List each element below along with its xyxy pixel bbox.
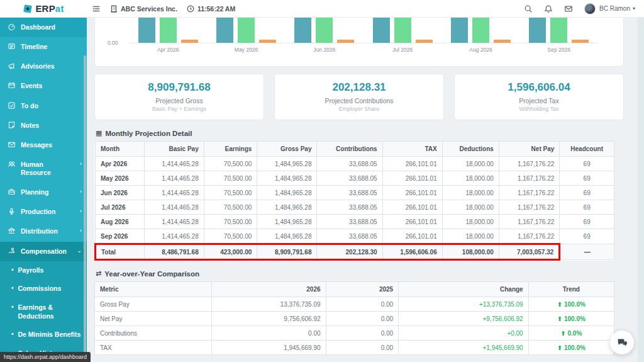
value-2025-cell: 0.00 [326, 297, 399, 312]
table-row: Sep 20261,414,465.2870,500.001,484,965.2… [96, 229, 614, 244]
value-cell: 33,688.05 [317, 229, 382, 244]
sidebar-item-distribution[interactable]: Distribution› [0, 222, 87, 241]
sidebar-submenu-compensation: •Payrolls•Commissions•Earnings & Deducti… [0, 261, 87, 362]
sidebar-item-label: To do [21, 102, 82, 110]
sidebar-scrollbar[interactable] [84, 55, 86, 362]
summary-cards-row: 8,909,791.68 Projected Gross Basic Pay +… [94, 74, 624, 120]
users-icon [8, 160, 16, 168]
bar-series-orange [416, 40, 433, 43]
chevron-right-icon: › [80, 161, 82, 167]
monthly-projection-heading: ▦ Monthly Projection Detail [96, 129, 624, 137]
value-cell: 1,484,965.28 [257, 157, 317, 171]
column-header: Gross Pay [257, 142, 317, 157]
sidebar-subitem-de-minimis-benefits[interactable]: •De Minimis Benefits [0, 325, 87, 344]
monthly-projection-title: Monthly Projection Detail [105, 130, 192, 137]
value-2026-cell: 13,376,735.09 [211, 297, 326, 312]
sidebar-item-timeline[interactable]: Timeline [0, 37, 87, 57]
sidebar-item-advisories[interactable]: Advisories [0, 57, 87, 76]
bar-series-orange [337, 40, 354, 43]
mail-icon[interactable] [564, 4, 573, 13]
sidebar-item-events[interactable]: Events [0, 76, 87, 96]
sidebar-item-compensation[interactable]: Compensation⌄ [0, 242, 87, 261]
value-cell: 1,484,965.28 [257, 215, 317, 229]
notifications-bell-icon[interactable] [544, 4, 553, 13]
bar-series-green [472, 18, 489, 43]
sidebar-subitem-payrolls[interactable]: •Payrolls [0, 261, 87, 280]
bank-icon [8, 227, 16, 235]
value-cell: 1,414,465.28 [144, 171, 204, 186]
sidebar-item-production[interactable]: Production› [0, 202, 87, 222]
value-cell: 33,688.05 [317, 186, 382, 200]
trend-up-arrow-icon: ⬆ [557, 301, 564, 308]
column-header: TAX [382, 142, 442, 157]
change-cell: +0.00 [399, 326, 529, 341]
trend-cell: ⬆ 100.0% [528, 297, 614, 312]
bullet-icon: • [11, 285, 14, 292]
value-cell: 70,500.00 [204, 215, 257, 229]
sidebar-item-label: Timeline [21, 43, 82, 51]
projected-gross-sublabel: Basic Pay + Earnings [99, 106, 260, 112]
projected-contributions-card: 202,128.31 Projected Contributions Emplo… [274, 74, 444, 120]
sidebar-item-messages[interactable]: Messages [0, 135, 87, 155]
bar-series-orange [259, 40, 276, 43]
sidebar-subitem-commissions[interactable]: •Commissions [0, 280, 87, 298]
table-row: Contributions0.000.00+0.00⬆ 0.0% [95, 326, 614, 341]
table-row: Net Pay9,756,606.920.00+9,756,606.92⬆ 10… [95, 312, 614, 326]
bar-series-green [316, 18, 333, 43]
value-cell: 69 [560, 229, 614, 244]
value-cell: 18,000.00 [442, 229, 499, 244]
x-axis-tick-label: Sep 2026 [529, 47, 589, 53]
column-header: 2025 [326, 282, 399, 297]
chevron-down-icon: ▾ [633, 6, 635, 11]
sidebar-item-label: Dashboard [21, 23, 82, 31]
value-cell: 69 [560, 157, 614, 171]
search-icon[interactable] [524, 4, 533, 13]
y-axis-tick-label: 0.00 [108, 40, 118, 46]
projected-contributions-label: Projected Contributions [279, 97, 440, 105]
table-header-row: MonthBasic PayEarningsGross PayContribut… [96, 142, 614, 157]
speedometer-icon [8, 23, 16, 31]
month-cell: Jul 2026 [96, 200, 145, 215]
value-cell: 70,500.00 [204, 200, 257, 215]
clock-widget: 11:56:22 AM [186, 4, 235, 13]
total-label-cell: Total [96, 244, 145, 260]
sidebar-item-notes[interactable]: Notes [0, 116, 87, 135]
sidebar-item-to-do[interactable]: To do [0, 96, 87, 116]
megaphone-icon [8, 62, 16, 70]
table-row: Apr 20261,414,465.2870,500.001,484,965.2… [96, 157, 614, 171]
value-cell: 70,500.00 [204, 171, 257, 186]
sidebar-item-human-resource[interactable]: Human Resource› [0, 155, 87, 183]
value-cell: 266,101.01 [382, 157, 442, 171]
value-cell: 1,484,965.28 [257, 171, 317, 186]
sidebar-subitem-earnings-deductions[interactable]: •Earnings & Deductions [0, 298, 87, 325]
value-cell: 18,000.00 [442, 171, 499, 186]
main-content: 0.00 Apr 2026May 2026Jun 2026Jul 2026Aug… [87, 18, 638, 362]
page-scrollbar[interactable] [638, 18, 644, 362]
bar-series-green [394, 18, 411, 43]
chat-button[interactable] [610, 331, 634, 354]
bar-group-jul-2026 [373, 18, 433, 43]
sidebar-toggle-icon[interactable] [92, 4, 101, 13]
company-selector[interactable]: ABC Services Inc. [109, 4, 177, 13]
value-cell: 33,688.05 [317, 171, 382, 186]
value-cell: 69 [560, 215, 614, 229]
column-header: Change [399, 282, 529, 297]
sidebar-subitem-label: De Minimis Benefits [18, 331, 81, 339]
bar-series-orange [181, 40, 198, 43]
sidebar-item-planning[interactable]: Planning› [0, 183, 87, 202]
current-time: 11:56:22 AM [197, 5, 235, 13]
bullet-icon: • [11, 303, 14, 311]
x-axis-tick-label: Jun 2026 [294, 47, 354, 53]
sidebar-item-label: Planning [21, 188, 74, 196]
user-menu[interactable]: BC Ramon▾ [584, 3, 635, 14]
envelope-icon [8, 140, 16, 149]
table-row: May 20261,414,465.2870,500.001,484,965.2… [96, 171, 614, 186]
bar-group-apr-2026 [138, 18, 198, 43]
app-logo[interactable]: ERPat [0, 0, 87, 18]
value-cell: 1,167,176.22 [499, 229, 559, 244]
value-cell: 1,167,176.22 [499, 171, 559, 186]
value-cell: 69 [560, 171, 614, 186]
column-header: Metric [95, 282, 212, 297]
column-header: Net Pay [499, 142, 559, 157]
sidebar-item-dashboard[interactable]: Dashboard [0, 18, 87, 37]
